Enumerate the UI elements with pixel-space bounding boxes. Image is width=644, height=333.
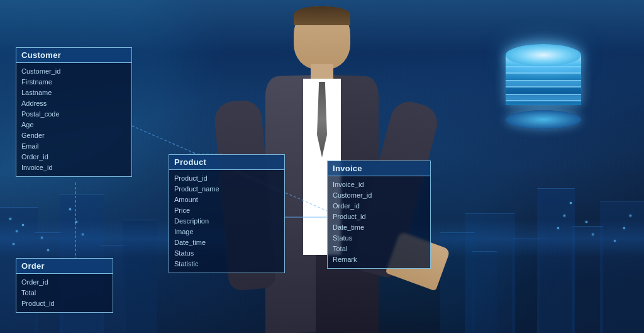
invoice-field-5: Status [333, 233, 425, 244]
product-table-header: Product [169, 155, 284, 170]
invoice-field-1: Customer_id [333, 190, 425, 201]
table-invoice: Invoice Invoice_id Customer_id Order_id … [327, 161, 431, 269]
customer-field-9: Invoice_id [21, 162, 126, 173]
db-cylinder-bottom [506, 110, 581, 129]
db-stripe-3 [506, 94, 581, 101]
table-product: Product Product_id Product_name Amount P… [169, 154, 285, 273]
customer-field-7: Email [21, 141, 126, 152]
invoice-table-body: Invoice_id Customer_id Order_id Product_… [328, 176, 430, 268]
head [294, 6, 350, 69]
order-table-body: Order_id Total Product_id [16, 274, 113, 312]
product-table-body: Product_id Product_name Amount Price Des… [169, 170, 284, 273]
invoice-field-7: Remark [333, 254, 425, 265]
customer-field-1: Firstname [21, 77, 126, 87]
customer-field-6: Gender [21, 130, 126, 141]
invoice-field-0: Invoice_id [333, 179, 425, 190]
invoice-table-header: Invoice [328, 161, 430, 176]
database-icon [493, 38, 594, 138]
customer-field-3: Address [21, 98, 126, 109]
customer-field-2: Lastname [21, 87, 126, 98]
order-field-0: Order_id [21, 277, 108, 288]
product-field-0: Product_id [174, 173, 279, 184]
invoice-field-4: Date_time [333, 222, 425, 233]
db-stripe-2 [506, 80, 581, 87]
product-field-3: Price [174, 205, 279, 216]
customer-field-0: Customer_id [21, 66, 126, 77]
customer-table-header: Customer [16, 48, 131, 63]
product-field-1: Product_name [174, 184, 279, 195]
order-field-1: Total [21, 288, 108, 298]
product-field-5: Image [174, 227, 279, 237]
table-order: Order Order_id Total Product_id [16, 258, 113, 313]
customer-table-body: Customer_id Firstname Lastname Address P… [16, 63, 131, 176]
product-field-2: Amount [174, 195, 279, 205]
database-cylinder [499, 44, 587, 132]
invoice-field-6: Total [333, 244, 425, 254]
table-customer: Customer Customer_id Firstname Lastname … [16, 47, 132, 177]
db-cylinder-top [506, 44, 581, 66]
product-field-8: Statistic [174, 259, 279, 269]
product-field-7: Status [174, 248, 279, 259]
customer-field-8: Order_id [21, 152, 126, 162]
customer-field-5: Age [21, 120, 126, 130]
product-field-4: Description [174, 216, 279, 227]
order-field-2: Product_id [21, 298, 108, 309]
customer-field-4: Postal_code [21, 109, 126, 120]
order-table-header: Order [16, 259, 113, 274]
product-field-6: Date_time [174, 237, 279, 248]
invoice-field-3: Product_id [333, 212, 425, 222]
invoice-field-2: Order_id [333, 201, 425, 212]
db-stripe-1 [506, 66, 581, 74]
